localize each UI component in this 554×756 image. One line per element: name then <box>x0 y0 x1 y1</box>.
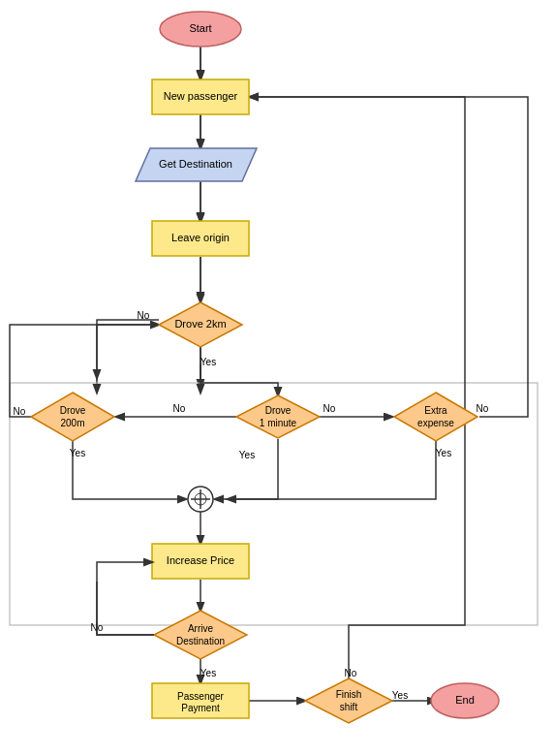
drove-1min-label-1: Drove <box>265 405 292 416</box>
conn-finish-no <box>250 97 465 678</box>
label-finish-no: No <box>345 668 357 678</box>
conn-arrive-no-loop <box>97 562 154 635</box>
flowchart: Start New passenger Get Destination Leav… <box>0 0 554 756</box>
extra-expense-label-2: expense <box>417 418 454 428</box>
label-arrive-yes: Yes <box>200 668 216 678</box>
label-drove2km-yes: Yes <box>200 357 216 367</box>
arrow-drove2km-no <box>97 320 159 378</box>
conn-drove1min-yes <box>215 439 278 499</box>
drove-200m-label-1: Drove <box>60 405 86 416</box>
label-drove2km-no: No <box>138 310 150 321</box>
passenger-payment-label-1: Passenger <box>177 691 224 702</box>
conn-arrive-no <box>97 582 159 635</box>
get-destination-label: Get Destination <box>159 158 232 170</box>
label-extraexp-no: No <box>477 403 489 414</box>
start-label: Start <box>189 22 211 34</box>
label-drove1min-no-right: No <box>323 403 336 414</box>
arrive-dest-label-2: Destination <box>176 636 225 646</box>
conn-drove200m-yes <box>73 439 186 499</box>
label-drove1min-no-left: No <box>173 403 186 414</box>
conn-extraexp-yes <box>228 439 436 499</box>
drove-200m-label-2: 200m <box>60 418 84 428</box>
label-extraexp-yes: Yes <box>436 448 451 458</box>
drove-2km-label: Drove 2km <box>174 318 226 330</box>
conn-extraexp-no <box>250 97 528 417</box>
label-drove200m-yes: Yes <box>70 448 85 458</box>
label-drove1min-yes: Yes <box>239 450 255 460</box>
new-passenger-label: New passenger <box>164 90 238 102</box>
label-drove200m-no: No <box>14 406 26 417</box>
label-finish-yes: Yes <box>392 690 408 701</box>
extra-expense-label-1: Extra <box>424 405 447 416</box>
drove-1min-label-2: 1 minute <box>260 418 297 428</box>
passenger-payment-label-2: Payment <box>181 703 220 713</box>
increase-price-label: Increase Price <box>167 554 234 566</box>
conn-drove2km-yes <box>200 347 278 395</box>
finish-shift-label-1: Finish <box>336 689 362 700</box>
finish-shift-label-2: shift <box>340 702 358 712</box>
arrive-dest-label-1: Arrive <box>188 623 214 634</box>
leave-origin-label: Leave origin <box>171 232 230 243</box>
end-label: End <box>455 694 475 706</box>
